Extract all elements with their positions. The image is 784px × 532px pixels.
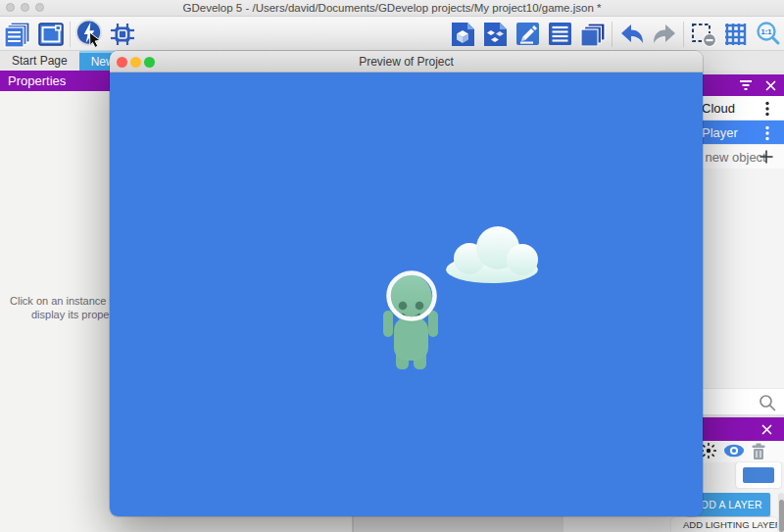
bug-glyph [109, 21, 136, 48]
object-name-cloud: Cloud [702, 101, 735, 116]
grid-glyph [722, 21, 749, 47]
document-groups-glyph [482, 21, 509, 48]
kebab-menu-icon[interactable] [764, 101, 770, 117]
properties-panel-title: Properties [8, 73, 66, 88]
kebab-menu-icon[interactable] [764, 125, 770, 141]
add-layer-button-label: ADD A LAYER [694, 499, 762, 510]
preview-title: Preview of Project [110, 55, 703, 69]
gdevelop-app-window: GDevelop 5 - /Users/david/Documents/GDev… [0, 0, 784, 532]
zoom-1-1-icon[interactable]: 1:1 [753, 19, 783, 49]
scrollbar-thumb[interactable] [779, 500, 784, 532]
instances-stack-icon[interactable] [577, 19, 608, 49]
scrollbar-track [778, 493, 784, 532]
objects-editor-icon[interactable] [448, 19, 478, 49]
magnifier-glyph: 1:1 [755, 21, 782, 48]
svg-text:1:1: 1:1 [760, 27, 771, 36]
debugger-icon[interactable] [107, 19, 137, 49]
preview-titlebar: Preview of Project [110, 51, 703, 73]
undo-icon[interactable] [616, 19, 647, 49]
list-lines-glyph [547, 21, 573, 47]
start-page-icon[interactable] [35, 19, 66, 49]
object-name-player: Player [702, 125, 738, 140]
toolbar-separator [70, 22, 71, 47]
dashed-square-minus-glyph [690, 21, 717, 48]
tab-start-page[interactable]: Start Page [0, 51, 79, 71]
stacked-squares-glyph [579, 21, 607, 48]
redo-arrow-glyph [651, 21, 678, 48]
close-icon[interactable] [761, 424, 772, 435]
panel-divider [353, 516, 354, 532]
player-object [383, 273, 438, 370]
launch-preview-icon[interactable] [74, 19, 105, 49]
undo-arrow-glyph [618, 21, 646, 48]
project-manager-icon[interactable] [3, 19, 33, 49]
window-glyph [37, 21, 65, 48]
toolbar-separator [612, 22, 612, 47]
add-lighting-layer-label: ADD LIGHTING LAYER [683, 519, 777, 530]
document-cube-glyph [450, 21, 476, 48]
search-icon [759, 394, 776, 411]
tab-start-page-label: Start Page [12, 54, 68, 68]
layer-color-swatch [743, 467, 774, 483]
project-manager-glyph [4, 21, 33, 48]
game-scene-canvas [110, 73, 703, 516]
add-lighting-layer-button[interactable]: ADD LIGHTING LAYER [671, 517, 777, 532]
plus-icon [759, 149, 774, 165]
deselect-instances-icon[interactable] [688, 19, 718, 49]
toolbar-separator [683, 22, 684, 47]
main-titlebar: GDevelop 5 - /Users/david/Documents/GDev… [0, 0, 784, 17]
object-groups-icon[interactable] [480, 19, 511, 49]
scene-properties-icon[interactable] [513, 19, 543, 49]
filter-icon[interactable] [739, 79, 753, 91]
close-icon[interactable] [765, 80, 776, 91]
visibility-eye-icon[interactable] [723, 442, 745, 459]
preview-play-glyph [74, 19, 105, 50]
square-pencil-glyph [514, 21, 541, 47]
preview-game-scene [110, 73, 703, 516]
cloud-object [446, 226, 538, 283]
preview-window: Preview of Project [110, 51, 703, 516]
window-title: GDevelop 5 - /Users/david/Documents/GDev… [0, 2, 784, 14]
trash-icon[interactable] [750, 442, 767, 460]
grid-icon[interactable] [720, 19, 751, 49]
redo-icon[interactable] [649, 19, 679, 49]
layer-color-field[interactable] [736, 462, 781, 488]
events-list-icon[interactable] [545, 19, 575, 49]
main-toolbar: 1:1 [0, 17, 784, 51]
